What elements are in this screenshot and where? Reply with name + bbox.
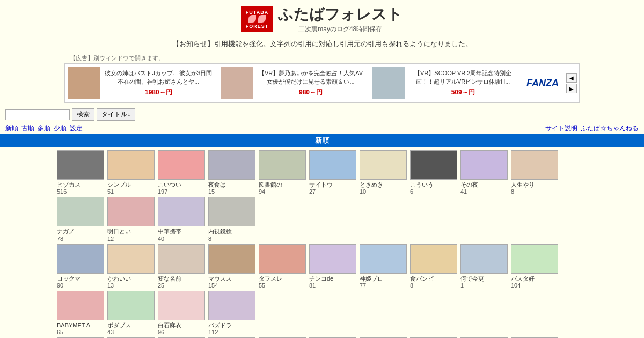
item-count: 15 (208, 188, 215, 195)
ad-info-1: 彼女の姉はバストJカップ... 彼女が3日間不在の間、神乳お姉さんとヤ...19… (104, 69, 214, 97)
item-count: 96 (158, 329, 164, 335)
list-item[interactable]: その夜41 (460, 150, 509, 195)
ad-next-button[interactable]: ▶ (566, 84, 577, 93)
item-count: 154 (208, 282, 218, 289)
item-thumbnail (57, 244, 104, 274)
ad-thumb-3 (372, 67, 405, 99)
item-thumbnail (57, 197, 104, 226)
item-thumbnail (511, 150, 558, 180)
list-item[interactable]: 明日とい12 (107, 197, 156, 241)
ad-info-3: 【VR】SCOOP VR 2周年記念特別企画！！超リアルVRピンサロ体験H...… (408, 69, 518, 97)
sort-link-新順[interactable]: 新順 (5, 124, 18, 133)
item-count: 77 (360, 282, 366, 289)
list-item[interactable]: シンプル51 (107, 150, 156, 195)
fanza-text: FANZA (526, 78, 559, 89)
list-item[interactable]: パズドラ112 (208, 291, 257, 335)
site-subtitle: 二次裏mayのログ48時間保存 (278, 25, 402, 34)
ad-item-2[interactable]: 【VR】夢乃あいかを完全独占！人気AV女優が僕だけに見せる素顔＆い...980～… (217, 64, 370, 102)
sort-link-多順[interactable]: 多順 (38, 124, 50, 133)
ad-label: 【広告】別ウィンドウで開きます。 (64, 54, 580, 62)
grid-row-2: ロックマ90かわいい13変な名前25マウスス154タフスレ55チンコde81神姫… (56, 243, 588, 337)
item-title: 神姫プロ (360, 275, 383, 282)
list-item[interactable]: マウスス154 (208, 244, 257, 289)
item-title: バスタ好 (511, 275, 535, 282)
sort-link-古順[interactable]: 古順 (21, 124, 34, 133)
list-item[interactable]: 人生やり8 (511, 150, 559, 195)
sort-bar: 新順古順多順少順設定 サイト説明ふたば☆ちゃんねる (0, 124, 644, 134)
logo-text-area: ふたばフォレスト 二次裏mayのログ48時間保存 (278, 4, 402, 34)
item-title: 変な名前 (158, 275, 181, 282)
ad-section: 【広告】別ウィンドウで開きます。 彼女の姉はバストJカップ... 彼女が3日間不… (64, 54, 580, 103)
item-thumbnail (57, 150, 104, 180)
list-item[interactable]: ナガノ78 (57, 197, 105, 241)
content-header: 新順 (0, 134, 644, 147)
list-item[interactable]: 夜食は15 (208, 150, 257, 195)
item-count: 65 (57, 329, 63, 335)
item-title: マウスス (208, 275, 232, 282)
sort-link-少順[interactable]: 少順 (54, 124, 67, 133)
ad-item-1[interactable]: 彼女の姉はバストJカップ... 彼女が3日間不在の間、神乳お姉さんとヤ...19… (65, 64, 217, 102)
item-thumbnail (208, 244, 255, 274)
item-count: 104 (511, 282, 521, 289)
item-title: タフスレ (259, 275, 282, 282)
item-title: 何で今更 (460, 275, 484, 282)
item-title: 内視鏡検 (208, 227, 232, 235)
ad-prev-button[interactable]: ◀ (566, 73, 577, 83)
list-item[interactable]: バスタ好104 (511, 244, 559, 289)
sort-left: 新順古順多順少順設定 (5, 124, 83, 133)
list-item[interactable]: チンコde81 (309, 244, 357, 289)
list-item[interactable]: ヒゾカス516 (57, 150, 105, 195)
item-title: 白石麻衣 (158, 321, 181, 329)
item-thumbnail (410, 150, 457, 180)
title-sort-button[interactable]: タイトル↓ (97, 108, 135, 121)
list-item[interactable]: サイトウ27 (309, 150, 357, 195)
list-item[interactable]: 内視鏡検8 (208, 197, 257, 241)
list-item[interactable]: 中華携帯40 (158, 197, 206, 241)
item-thumbnail (208, 291, 255, 320)
item-count: 40 (158, 236, 164, 242)
list-item[interactable]: 何で今更1 (460, 244, 509, 289)
sort-right-link-0[interactable]: サイト説明 (545, 124, 577, 133)
list-item[interactable]: ロックマ90 (57, 244, 105, 289)
list-item[interactable]: BABYMET A65 (57, 291, 105, 335)
search-input[interactable] (5, 109, 70, 120)
list-item[interactable]: ときめき10 (360, 150, 408, 195)
item-thumbnail (158, 150, 205, 180)
sort-right: サイト説明ふたば☆ちゃんねる (545, 124, 639, 133)
item-title: チンコde (309, 275, 333, 282)
item-thumbnail (158, 197, 205, 226)
ad-item-3[interactable]: 【VR】SCOOP VR 2周年記念特別企画！！超リアルVRピンサロ体験H...… (369, 64, 521, 102)
item-thumbnail (511, 244, 558, 274)
list-item[interactable]: ボダブス43 (107, 291, 156, 335)
content-header-label: 新順 (315, 136, 329, 144)
logo-leaf-1 (248, 15, 256, 23)
list-item[interactable]: 図書館の94 (259, 150, 307, 195)
list-item[interactable]: かわいい13 (107, 244, 156, 289)
sort-link-設定[interactable]: 設定 (70, 124, 83, 133)
item-thumbnail (460, 244, 508, 274)
ad-thumb-1 (68, 67, 100, 99)
item-title: かわいい (107, 275, 131, 282)
item-count: 1 (460, 282, 464, 289)
item-title: サイトウ (309, 181, 333, 188)
list-item[interactable]: 食バンビ8 (410, 244, 458, 289)
item-title: 図書館の (259, 181, 282, 188)
item-title: BABYMET A (57, 321, 90, 329)
search-button[interactable]: 検索 (72, 108, 94, 121)
list-item[interactable]: 変な名前25 (158, 244, 206, 289)
item-thumbnail (107, 244, 155, 274)
item-count: 6 (410, 188, 413, 195)
item-title: 明日とい (107, 227, 131, 235)
item-count: 516 (57, 188, 67, 195)
list-item[interactable]: タフスレ55 (259, 244, 307, 289)
list-item[interactable]: 白石麻衣96 (158, 291, 206, 335)
ad-title-1: 彼女の姉はバストJカップ... 彼女が3日間不在の間、神乳お姉さんとヤ... (104, 69, 214, 86)
list-item[interactable]: こういう6 (410, 150, 458, 195)
list-item[interactable]: こいつい197 (158, 150, 206, 195)
item-thumbnail (360, 150, 407, 180)
item-title: シンプル (107, 181, 131, 188)
item-title: ときめき (360, 181, 383, 188)
list-item[interactable]: 神姫プロ77 (360, 244, 408, 289)
item-thumbnail (309, 150, 356, 180)
sort-right-link-1[interactable]: ふたば☆ちゃんねる (581, 124, 639, 133)
